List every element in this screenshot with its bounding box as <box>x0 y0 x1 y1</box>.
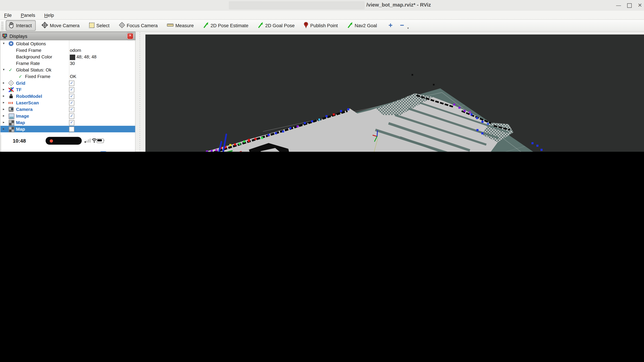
panel-splitter[interactable]: ◀ <box>136 32 146 152</box>
display-label: Camera <box>16 107 32 112</box>
toolbar: InteractMove CameraSelectFocus CameraMea… <box>0 20 644 32</box>
display-label: Map <box>16 126 25 131</box>
tool-label: Move Camera <box>50 23 80 28</box>
enabled-checkbox[interactable]: ✓ <box>69 120 74 125</box>
expander-icon[interactable]: ▸ <box>3 127 5 131</box>
displays-panel-title: Displays <box>10 34 27 39</box>
toolbar-drag-handle[interactable] <box>1 21 3 31</box>
titlebar-blank-region <box>229 1 365 10</box>
display-row-background-color[interactable]: Background Color48; 48; 48 <box>0 53 136 60</box>
display-row-laserscan[interactable]: ▸LaserScan✓ <box>0 100 136 106</box>
property-value[interactable]: OK <box>70 74 76 79</box>
tool-2d-goal-pose[interactable]: 2D Goal Pose <box>258 22 295 29</box>
green-arrow-icon <box>203 22 209 29</box>
enabled-checkbox[interactable]: ✓ <box>69 114 74 119</box>
focus-camera-icon <box>118 22 125 29</box>
expander-icon[interactable]: ▸ <box>3 114 5 117</box>
display-row-fixed-frame[interactable]: Fixed Frameodom <box>0 47 136 53</box>
menu-file[interactable]: File <box>4 13 12 18</box>
map-icon <box>8 127 14 132</box>
tool-2d-pose-estimate[interactable]: 2D Pose Estimate <box>203 22 248 29</box>
tool-publish-point[interactable]: Publish Point <box>304 22 338 29</box>
menu-panels[interactable]: Panels <box>21 13 35 18</box>
displays-close-icon[interactable]: ✕ <box>127 33 134 39</box>
maximize-button[interactable] <box>625 2 633 9</box>
tf-icon <box>8 87 14 92</box>
display-row-map[interactable]: ▸Map✓ <box>0 119 136 126</box>
property-value[interactable]: 48; 48; 48 <box>76 54 96 59</box>
tool-select[interactable]: Select <box>88 22 110 29</box>
battery-icon <box>96 138 104 143</box>
phone-overlay: 10:48 Close Live Streaming from R4 <box>1 135 114 152</box>
enabled-checkbox[interactable]: ✓ <box>69 87 74 93</box>
phone-clock: 10:48 <box>13 138 26 144</box>
map-pin-icon <box>304 22 309 29</box>
phone-close-link[interactable]: Close <box>8 151 23 152</box>
toolbar-overflow-icon[interactable]: ▾ <box>407 27 409 30</box>
tool-measure[interactable]: Measure <box>167 23 194 28</box>
display-label: Frame Rate <box>16 61 40 66</box>
display-label: Background Color <box>16 54 52 59</box>
robot-icon <box>8 94 14 99</box>
property-value[interactable]: odom <box>70 48 81 53</box>
display-row-map[interactable]: ▸Map <box>0 126 136 132</box>
expander-icon[interactable]: ▸ <box>3 94 5 98</box>
select-box-icon <box>88 22 95 29</box>
display-label: Map <box>16 120 25 125</box>
display-label: Global Options <box>16 41 46 46</box>
tool-nav2-goal[interactable]: Nav2 Goal <box>347 22 377 29</box>
tool-label: Select <box>96 23 110 28</box>
enabled-checkbox[interactable]: ✓ <box>69 107 74 112</box>
display-row-image[interactable]: ▸Image✓ <box>0 113 136 119</box>
expander-icon[interactable]: ▸ <box>3 120 5 124</box>
display-label: Fixed Frame <box>16 48 41 53</box>
enabled-checkbox[interactable] <box>69 127 74 132</box>
display-row-global-status-ok[interactable]: ▾✓Global Status: Ok <box>0 67 136 73</box>
tool-label: 2D Pose Estimate <box>211 23 248 28</box>
expander-icon[interactable]: ▾ <box>3 68 5 72</box>
display-row-camera[interactable]: ▸Camera✓ <box>0 106 136 113</box>
display-row-frame-rate[interactable]: Frame Rate30 <box>0 60 136 67</box>
expander-icon[interactable]: ▸ <box>3 107 5 111</box>
tool-interact[interactable]: Interact <box>6 20 36 31</box>
expander-icon[interactable]: ▸ <box>3 88 5 91</box>
property-value[interactable]: 30 <box>70 61 75 66</box>
laser-icon <box>8 102 14 104</box>
enabled-checkbox[interactable]: ✓ <box>69 94 74 99</box>
display-row-grid[interactable]: ▸Grid✓ <box>0 80 136 86</box>
cellular-signal-icon <box>85 138 91 143</box>
battery-tip <box>104 140 104 141</box>
gear-icon <box>8 41 14 46</box>
display-label: TF <box>16 87 22 92</box>
splitter-dots <box>139 32 140 152</box>
tool-move-camera[interactable]: Move Camera <box>42 22 80 29</box>
enabled-checkbox[interactable]: ✓ <box>69 100 74 106</box>
tool-label: Measure <box>175 23 194 28</box>
display-row-robotmodel[interactable]: ▸RobotModel✓ <box>0 93 136 99</box>
image-icon <box>8 114 14 119</box>
viewport-margin <box>136 32 644 35</box>
displays-panel-header[interactable]: Displays ✕ <box>0 32 136 40</box>
add-tool-button[interactable]: + <box>388 21 392 30</box>
expander-icon[interactable]: ▾ <box>3 42 5 45</box>
enabled-checkbox[interactable]: ✓ <box>69 81 74 86</box>
expander-icon[interactable]: ▸ <box>3 81 5 85</box>
3d-viewport[interactable]: odomcamticalaseame <box>146 35 644 152</box>
menu-help[interactable]: Help <box>44 13 54 18</box>
tool-label: Nav2 Goal <box>355 23 377 28</box>
display-row-fixed-frame[interactable]: ✓Fixed FrameOK <box>0 73 136 80</box>
tool-focus-camera[interactable]: Focus Camera <box>118 22 158 29</box>
display-row-tf[interactable]: ▸TF✓ <box>0 86 136 93</box>
minimize-button[interactable]: — <box>614 2 623 9</box>
display-label: Grid <box>16 80 25 85</box>
display-row-global-options[interactable]: ▾Global Options <box>0 40 136 47</box>
remove-tool-button[interactable]: − <box>400 21 404 30</box>
game-controller-icon[interactable] <box>99 150 108 152</box>
check-icon: ✓ <box>8 67 14 72</box>
tool-label: Interact <box>16 23 32 28</box>
display-label: Global Status: Ok <box>16 67 52 72</box>
color-swatch[interactable] <box>70 55 75 60</box>
expander-icon[interactable]: ▸ <box>3 101 5 104</box>
close-button[interactable]: ✕ <box>636 2 644 9</box>
ruler-icon <box>167 23 174 28</box>
